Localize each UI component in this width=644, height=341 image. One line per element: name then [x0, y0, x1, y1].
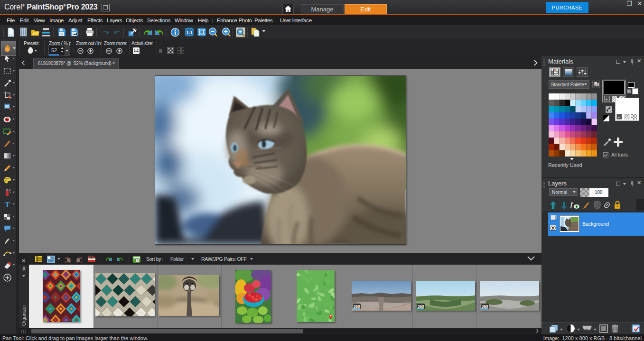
svg-text:T: T	[5, 200, 10, 209]
svg-text:1:1: 1:1	[186, 30, 192, 35]
